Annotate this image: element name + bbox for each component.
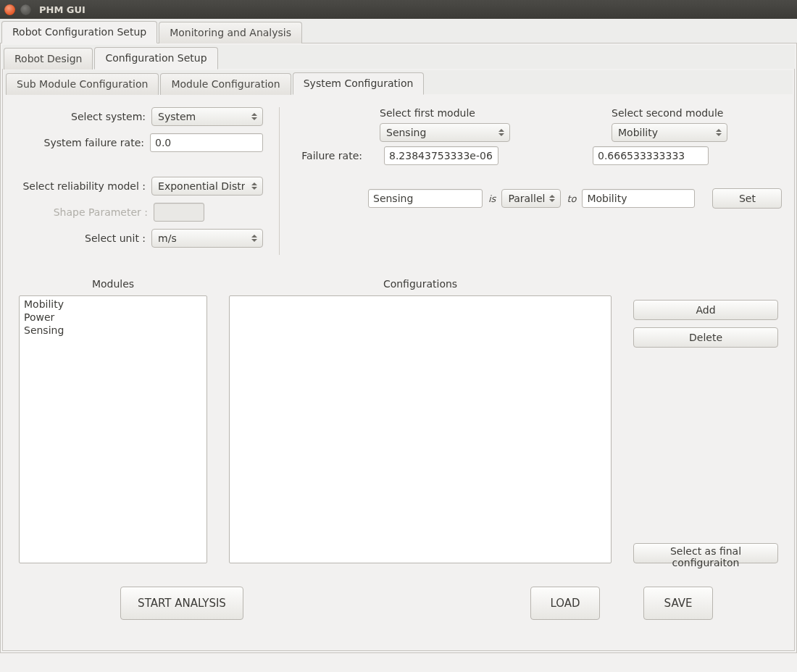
select-system-combo[interactable]: System [151,107,263,126]
tabbar-top: Robot Configuration Setup Monitoring and… [0,19,797,43]
chevron-updown-icon [250,110,259,123]
first-module-label: Select first module [380,107,510,119]
failure-rate-2-input[interactable] [593,146,709,165]
close-icon[interactable] [4,4,15,15]
relation-second-input[interactable] [582,189,695,208]
shape-parameter-input [154,203,204,222]
add-button[interactable]: Add [633,300,778,320]
failure-rate-label: Failure rate: [300,150,362,161]
reliability-model-value: Exponential Distribı [158,180,245,192]
modules-listbox[interactable]: MobilityPowerSensing [19,295,207,563]
reliability-model-label: Select reliability model : [19,180,151,192]
load-button[interactable]: LOAD [530,587,600,620]
tab-robot-configuration-setup[interactable]: Robot Configuration Setup [1,21,157,43]
system-failure-rate-label: System failure rate: [19,137,150,148]
relation-is-label: is [488,193,496,204]
relation-first-input[interactable] [368,189,483,208]
shape-parameter-label: Shape Parameter : [19,206,154,218]
list-item[interactable]: Power [22,311,204,324]
tab-system-configuration[interactable]: System Configuration [293,72,425,95]
second-module-value: Mobility [618,127,658,138]
tab-monitoring-and-analysis[interactable]: Monitoring and Analysis [159,22,302,43]
set-button[interactable]: Set [712,188,782,209]
start-analysis-button[interactable]: START ANALYSIS [120,587,243,620]
relation-to-label: to [567,193,576,204]
tab-robot-design[interactable]: Robot Design [4,48,93,70]
list-item[interactable]: Sensing [22,324,204,337]
window-title: PHM GUI [39,4,85,15]
system-failure-rate-input[interactable] [150,133,263,152]
delete-button[interactable]: Delete [633,327,778,348]
reliability-model-combo[interactable]: Exponential Distribı [151,177,263,196]
chevron-updown-icon [548,192,556,205]
select-unit-label: Select unit : [19,232,151,244]
select-system-value: System [158,111,196,122]
first-module-combo[interactable]: Sensing [380,123,510,142]
tab-module-configuration[interactable]: Module Configuration [160,73,291,95]
chevron-updown-icon [250,232,259,245]
select-final-configuration-button[interactable]: Select as final configuraiton [633,543,778,563]
first-module-value: Sensing [386,127,426,138]
left-panel: Select system: System System failure rat… [19,107,280,255]
tab-configuration-setup[interactable]: Configuration Setup [94,47,217,70]
relation-type-combo[interactable]: Parallel [501,189,561,208]
footer: START ANALYSIS LOAD SAVE [4,568,793,649]
modules-header: Modules [19,278,207,290]
tabbar-mid: Robot Design Configuration Setup [2,45,795,69]
configurations-header: Configurations [229,278,612,290]
second-module-label: Select second module [612,107,727,119]
select-unit-value: m/s [158,232,177,244]
list-item[interactable]: Mobility [22,298,204,311]
tab-sub-module-configuration[interactable]: Sub Module Configuration [6,73,159,95]
chevron-updown-icon [250,180,259,193]
failure-rate-1-input[interactable] [384,146,498,165]
chevron-updown-icon [497,126,506,139]
select-system-label: Select system: [19,111,151,122]
configurations-listbox[interactable] [229,295,612,563]
relation-type-value: Parallel [508,193,545,204]
save-button[interactable]: SAVE [643,587,713,620]
minimize-icon[interactable] [20,4,31,15]
right-panel: Select first module Sensing Select secon… [280,107,782,255]
select-unit-combo[interactable]: m/s [151,229,263,248]
window-titlebar: PHM GUI [0,0,797,19]
second-module-combo[interactable]: Mobility [612,123,727,142]
tabbar-low: Sub Module Configuration Module Configur… [4,70,793,94]
chevron-updown-icon [714,126,723,139]
